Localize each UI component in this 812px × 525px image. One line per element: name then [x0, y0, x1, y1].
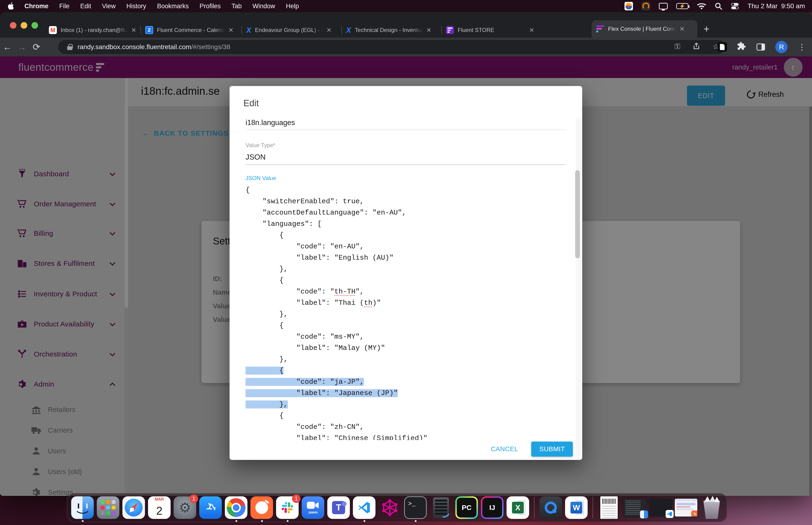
cancel-button[interactable]: CANCEL: [491, 445, 518, 453]
dock-icon-system-settings[interactable]: ⚙1: [174, 496, 196, 519]
dock-icon-teams[interactable]: T: [327, 496, 350, 519]
reload-button[interactable]: ⟳: [29, 42, 44, 52]
tabs-container: MInbox (1) - randy.chan@fluentc✕2Fluent …: [44, 12, 698, 38]
side-panel-icon[interactable]: [756, 44, 765, 50]
dock-icon-trash[interactable]: [700, 496, 723, 519]
value-type-underline: [246, 164, 566, 165]
minimize-window-button[interactable]: [21, 22, 27, 29]
dock-icon-intellij[interactable]: IJ: [481, 496, 504, 519]
forward-button[interactable]: →: [15, 42, 29, 52]
battery-icon[interactable]: ⚡: [676, 3, 688, 9]
tab-close-icon[interactable]: ✕: [326, 27, 332, 34]
menu-bookmarks[interactable]: Bookmarks: [157, 3, 189, 10]
tab-3[interactable]: XTechnical Design - Inventory Fe✕: [341, 22, 441, 38]
menu-bar-clock[interactable]: Thu 2 Mar 9:50 am: [748, 2, 805, 10]
json-line: "code": "zh-CN",: [246, 421, 570, 433]
tab-0[interactable]: MInbox (1) - randy.chan@fluentc✕: [44, 22, 140, 38]
control-center-icon[interactable]: [731, 3, 739, 10]
dock-icon-zoom[interactable]: zoom: [302, 496, 324, 519]
dock-icon-minimized-document[interactable]: [598, 496, 621, 519]
tab-strip: MInbox (1) - randy.chan@fluentc✕2Fluent …: [0, 12, 812, 38]
tab-1[interactable]: 2Fluent Commerce - Calendar -✕: [140, 22, 242, 38]
modal-scrollbar-thumb[interactable]: [575, 170, 580, 258]
json-line: "label": "English (AU)": [246, 252, 570, 264]
tab-close-icon[interactable]: ✕: [679, 25, 685, 33]
modal-scrollbar-track[interactable]: [576, 118, 581, 460]
value-type-select[interactable]: JSON: [246, 153, 265, 162]
misspelled-token: th: [364, 299, 372, 307]
tab-active[interactable]: Flex Console | Fluent Commerc✕: [592, 20, 698, 38]
json-value-editor[interactable]: { "switcherEnabled": true, "accountDefau…: [246, 184, 570, 440]
dock-icon-server-rack[interactable]: [430, 496, 452, 519]
json-line: "label": "Japanese (JP)": [246, 388, 570, 399]
tab-close-icon[interactable]: ✕: [529, 27, 534, 34]
dock-icon-graphql[interactable]: [379, 496, 401, 519]
browser-toolbar: ← → ⟳ randy.sandbox.console.fluentretail…: [0, 38, 812, 56]
docs-extension-icon[interactable]: [718, 42, 727, 52]
password-key-icon[interactable]: ⚿: [675, 42, 680, 52]
setting-name-input[interactable]: i18n.languages: [246, 118, 295, 127]
dock-icon-safari[interactable]: [122, 496, 145, 519]
dock-icon-finder[interactable]: [71, 496, 94, 519]
menu-help[interactable]: Help: [286, 3, 299, 10]
dock-icon-slack[interactable]: 1: [276, 496, 298, 519]
submit-button[interactable]: SUBMIT: [531, 441, 573, 456]
zoom-window-button[interactable]: [31, 22, 38, 29]
dock-icon-launchpad[interactable]: [97, 496, 119, 519]
close-window-button[interactable]: [10, 22, 16, 29]
menu-file[interactable]: File: [59, 3, 70, 10]
dock-icon-minimized-window[interactable]: [649, 496, 672, 519]
json-line: {: [246, 275, 570, 286]
tab-4[interactable]: Fluent STORE✕: [441, 22, 592, 38]
json-line: },: [246, 264, 570, 275]
share-icon[interactable]: [692, 42, 700, 52]
menu-view[interactable]: View: [102, 3, 116, 10]
dock-icon-quicktime[interactable]: [539, 496, 562, 519]
json-line: "code": "th-TH",: [246, 286, 570, 297]
menu-tab[interactable]: Tab: [231, 3, 242, 10]
tab-close-icon[interactable]: ✕: [426, 27, 431, 34]
dock-icon-calendar[interactable]: MAR2: [148, 496, 171, 519]
extensions-puzzle-icon[interactable]: [737, 42, 746, 52]
new-tab-button[interactable]: +: [703, 23, 709, 35]
address-bar[interactable]: randy.sandbox.console.fluentretail.com/#…: [58, 40, 725, 54]
vpn-status-icon[interactable]: [641, 2, 650, 11]
dock-icon-pycharm[interactable]: PC: [455, 496, 478, 519]
tab-title: Fluent STORE: [458, 27, 526, 33]
dock-icon-app-store[interactable]: [199, 496, 222, 519]
json-line: },: [246, 354, 570, 365]
dock-icon-chrome[interactable]: [225, 496, 247, 519]
status-app-icon[interactable]: x: [625, 2, 633, 10]
tab-close-icon[interactable]: ✕: [228, 27, 233, 34]
dock-icon-word[interactable]: W: [565, 496, 588, 519]
wifi-icon[interactable]: [697, 3, 706, 10]
apple-logo-icon[interactable]: [7, 1, 15, 11]
menu-profiles[interactable]: Profiles: [199, 3, 220, 10]
json-line: {: [246, 229, 570, 241]
misspelled-token: th-TH: [334, 288, 355, 296]
dock-icon-vscode[interactable]: [353, 496, 376, 519]
menu-window[interactable]: Window: [252, 3, 275, 10]
menu-edit[interactable]: Edit: [80, 3, 91, 10]
menu-chrome[interactable]: Chrome: [25, 3, 48, 10]
display-status-icon[interactable]: [659, 3, 668, 10]
chrome-menu-icon[interactable]: ⋮: [798, 42, 806, 52]
dock-icon-terminal[interactable]: >_: [404, 496, 427, 519]
dock-icon-excel[interactable]: X: [507, 496, 529, 519]
dock-icon-minimized-browser[interactable]: ✎: [675, 496, 698, 519]
json-line: "accountDefaultLanguage": "en-AU",: [246, 207, 570, 218]
tab-favicon: M: [49, 26, 57, 34]
running-indicator-dot: [82, 520, 83, 522]
url-text[interactable]: randy.sandbox.console.fluentretail.com/#…: [78, 43, 230, 51]
menu-history[interactable]: History: [126, 3, 146, 10]
tab-close-icon[interactable]: ✕: [131, 27, 136, 34]
tab-2[interactable]: XEndeavour Group (EGL) - Fluen✕: [242, 22, 341, 38]
dock-icon-minimized-terminal[interactable]: [624, 496, 646, 519]
spotlight-search-icon[interactable]: [715, 2, 722, 10]
lock-icon[interactable]: [67, 44, 72, 50]
back-button[interactable]: ←: [0, 42, 15, 52]
dock-icon-postman[interactable]: [250, 496, 273, 519]
chrome-profile-avatar[interactable]: R: [775, 41, 787, 53]
tab-favicon: 2: [145, 26, 153, 34]
json-line: "label": "Malay (MY)": [246, 342, 570, 354]
